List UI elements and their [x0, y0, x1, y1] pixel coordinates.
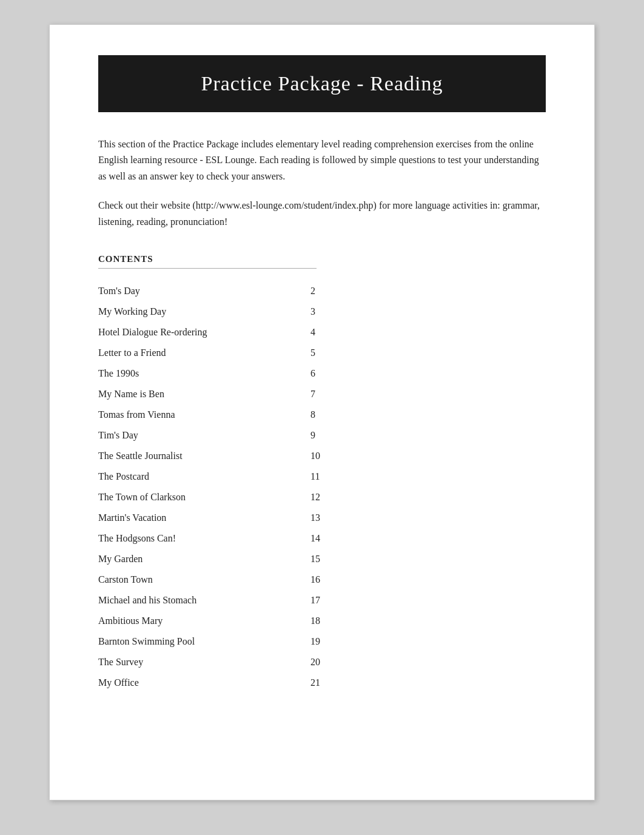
contents-item-page: 6: [304, 363, 353, 384]
contents-item-title: My Name is Ben: [98, 384, 304, 404]
table-row: The Survey20: [98, 652, 353, 672]
table-row: The Postcard11: [98, 466, 353, 487]
contents-table: Tom's Day2My Working Day3Hotel Dialogue …: [98, 281, 353, 693]
contents-item-title: The Hodgsons Can!: [98, 528, 304, 549]
contents-item-title: Michael and his Stomach: [98, 590, 304, 611]
contents-item-page: 11: [304, 466, 353, 487]
contents-item-page: 19: [304, 631, 353, 652]
contents-item-title: Martin's Vacation: [98, 508, 304, 528]
page-title: Practice Package - Reading: [98, 55, 546, 112]
table-row: Ambitious Mary18: [98, 611, 353, 631]
contents-item-title: The Town of Clarkson: [98, 487, 304, 508]
contents-item-page: 13: [304, 508, 353, 528]
intro-paragraph-1: This section of the Practice Package inc…: [98, 136, 546, 184]
table-row: My Name is Ben7: [98, 384, 353, 404]
contents-item-page: 2: [304, 281, 353, 301]
contents-item-title: The Survey: [98, 652, 304, 672]
contents-item-page: 8: [304, 404, 353, 425]
table-row: Martin's Vacation13: [98, 508, 353, 528]
table-row: The Town of Clarkson12: [98, 487, 353, 508]
table-row: Michael and his Stomach17: [98, 590, 353, 611]
table-row: The Hodgsons Can!14: [98, 528, 353, 549]
contents-section: CONTENTS Tom's Day2My Working Day3Hotel …: [98, 254, 546, 693]
contents-item-title: Letter to a Friend: [98, 343, 304, 363]
table-row: The 1990s6: [98, 363, 353, 384]
contents-item-title: The Postcard: [98, 466, 304, 487]
contents-item-page: 3: [304, 301, 353, 322]
contents-item-title: Tom's Day: [98, 281, 304, 301]
contents-item-page: 4: [304, 322, 353, 343]
table-row: Letter to a Friend5: [98, 343, 353, 363]
table-row: Tomas from Vienna8: [98, 404, 353, 425]
contents-item-title: My Office: [98, 672, 304, 693]
table-row: Tim's Day9: [98, 425, 353, 446]
table-row: My Working Day3: [98, 301, 353, 322]
contents-item-title: Tomas from Vienna: [98, 404, 304, 425]
contents-item-title: Hotel Dialogue Re-ordering: [98, 322, 304, 343]
contents-item-title: Tim's Day: [98, 425, 304, 446]
contents-item-page: 17: [304, 590, 353, 611]
contents-item-page: 9: [304, 425, 353, 446]
contents-item-title: Carston Town: [98, 569, 304, 590]
contents-item-page: 14: [304, 528, 353, 549]
contents-item-title: Barnton Swimming Pool: [98, 631, 304, 652]
contents-item-title: My Working Day: [98, 301, 304, 322]
contents-item-page: 10: [304, 446, 353, 466]
page-container: Practice Package - Reading This section …: [49, 24, 595, 800]
contents-item-page: 15: [304, 549, 353, 569]
contents-item-page: 20: [304, 652, 353, 672]
contents-item-page: 12: [304, 487, 353, 508]
contents-item-page: 16: [304, 569, 353, 590]
table-row: My Garden15: [98, 549, 353, 569]
intro-paragraph-2: Check out their website (http://www.esl-…: [98, 198, 546, 230]
contents-item-page: 18: [304, 611, 353, 631]
table-row: Hotel Dialogue Re-ordering4: [98, 322, 353, 343]
contents-label: CONTENTS: [98, 254, 317, 269]
contents-item-title: My Garden: [98, 549, 304, 569]
contents-item-page: 7: [304, 384, 353, 404]
table-row: The Seattle Journalist10: [98, 446, 353, 466]
contents-item-title: Ambitious Mary: [98, 611, 304, 631]
table-row: Tom's Day2: [98, 281, 353, 301]
table-row: Carston Town16: [98, 569, 353, 590]
contents-item-title: The Seattle Journalist: [98, 446, 304, 466]
table-row: Barnton Swimming Pool19: [98, 631, 353, 652]
contents-item-page: 21: [304, 672, 353, 693]
table-row: My Office21: [98, 672, 353, 693]
contents-item-page: 5: [304, 343, 353, 363]
contents-item-title: The 1990s: [98, 363, 304, 384]
